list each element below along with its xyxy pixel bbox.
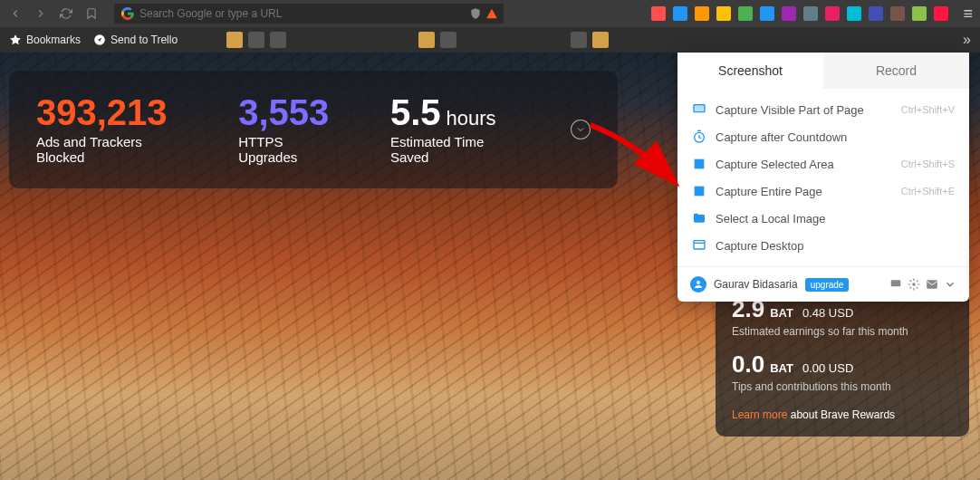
stat-https-upgrades: 3,553 HTTPS Upgrades <box>238 94 345 165</box>
desktop-icon[interactable] <box>889 278 902 291</box>
url-input[interactable] <box>139 7 496 20</box>
option-label: Select a Local Image <box>716 212 946 226</box>
bookmark-tile[interactable] <box>571 32 587 48</box>
timer-icon <box>692 130 706 144</box>
capture-option[interactable]: Capture Selected AreaCtrl+Shift+S <box>677 150 969 178</box>
popup-footer: Gaurav Bidasaria upgrade <box>677 266 969 302</box>
screenshot-popup: Screenshot Record Capture Visible Part o… <box>677 53 969 302</box>
stat-time-saved: 5.5 hours Estimated Time Saved <box>390 94 525 165</box>
square-icon <box>692 184 706 198</box>
trello-label: Send to Trello <box>110 34 178 46</box>
new-tab-content: 393,213 Ads and Trackers Blocked 3,553 H… <box>0 53 980 480</box>
option-label: Capture after Countdown <box>716 130 946 144</box>
learn-more-link[interactable]: Learn more <box>732 408 787 421</box>
back-button[interactable] <box>7 5 24 22</box>
bookmarks-overflow[interactable]: » <box>963 32 971 48</box>
earnings-sub: Estimated earnings so far this month <box>732 325 953 338</box>
tips-usd: 0.00 USD <box>802 361 853 375</box>
user-avatar-icon <box>690 276 706 293</box>
svg-rect-6 <box>694 241 705 249</box>
google-icon <box>121 7 134 20</box>
stat-ads-blocked: 393,213 Ads and Trackers Blocked <box>36 94 193 165</box>
extension-icon[interactable] <box>934 6 948 21</box>
extension-icon[interactable] <box>716 6 731 21</box>
bookmarks-folder[interactable]: Bookmarks <box>9 34 81 46</box>
extension-icon[interactable] <box>760 6 774 21</box>
bookmarks-bar: Bookmarks Send to Trello » <box>0 27 980 53</box>
time-label: Estimated Time Saved <box>390 134 525 165</box>
bookmarks-label: Bookmarks <box>26 34 81 46</box>
url-bar[interactable] <box>114 4 504 24</box>
extension-icon[interactable] <box>803 6 818 21</box>
extension-icon[interactable] <box>912 6 927 21</box>
folder-icon <box>692 211 706 226</box>
extension-icon[interactable] <box>651 6 666 21</box>
send-icon <box>93 34 106 46</box>
svg-point-7 <box>697 281 700 284</box>
bookmark-tile[interactable] <box>248 32 264 48</box>
extension-icon[interactable] <box>890 6 905 21</box>
extension-icon[interactable] <box>738 6 753 21</box>
svg-rect-10 <box>927 280 937 288</box>
stats-panel: 393,213 Ads and Trackers Blocked 3,553 H… <box>9 71 618 188</box>
brave-shield-icon[interactable] <box>469 7 482 20</box>
svg-rect-5 <box>695 187 705 197</box>
extension-icon[interactable] <box>695 6 709 21</box>
user-name: Gaurav Bidasaria <box>714 278 798 291</box>
option-label: Capture Entire Page <box>716 185 892 198</box>
svg-rect-4 <box>695 159 705 169</box>
reload-button[interactable] <box>58 5 74 22</box>
tips-number: 0.0 <box>732 350 764 379</box>
forward-button[interactable] <box>33 5 49 22</box>
earnings-currency: BAT <box>770 306 793 320</box>
popup-items: Capture Visible Part of PageCtrl+Shift+V… <box>677 89 969 266</box>
bookmark-tile[interactable] <box>226 32 243 48</box>
earnings-usd: 0.48 USD <box>802 306 853 320</box>
extension-icon[interactable] <box>847 6 861 21</box>
svg-rect-8 <box>891 280 901 286</box>
svg-rect-2 <box>695 105 705 111</box>
extension-icon[interactable] <box>782 6 796 21</box>
bookmark-tile[interactable] <box>592 32 609 48</box>
option-shortcut: Ctrl+Shift+E <box>901 186 955 197</box>
upgrade-button[interactable]: upgrade <box>805 278 850 292</box>
tab-record[interactable]: Record <box>823 53 969 89</box>
extension-icon[interactable] <box>673 6 687 21</box>
https-number: 3,553 <box>238 94 345 130</box>
option-label: Capture Visible Part of Page <box>716 103 892 117</box>
capture-option[interactable]: Capture Visible Part of PageCtrl+Shift+V <box>677 96 969 123</box>
bookmark-button[interactable] <box>83 5 100 22</box>
rewards-panel: 2.9 BAT 0.48 USD Estimated earnings so f… <box>716 281 969 437</box>
extension-icon[interactable] <box>869 6 883 21</box>
monitor-icon <box>692 102 706 117</box>
window-icon <box>692 238 706 253</box>
option-shortcut: Ctrl+Shift+S <box>901 158 955 169</box>
option-label: Capture Selected Area <box>716 158 892 171</box>
bookmark-tile[interactable] <box>440 32 456 48</box>
option-label: Capture Desktop <box>716 239 946 253</box>
time-unit: hours <box>447 107 496 130</box>
tab-screenshot[interactable]: Screenshot <box>677 53 823 89</box>
annotation-arrow <box>581 116 690 201</box>
footer-icons <box>889 278 956 291</box>
brave-triangle-icon[interactable] <box>485 7 498 20</box>
option-shortcut: Ctrl+Shift+V <box>901 104 955 115</box>
menu-button[interactable]: ≡ <box>963 5 973 24</box>
capture-option[interactable]: Capture Entire PageCtrl+Shift+E <box>677 178 969 205</box>
https-label: HTTPS Upgrades <box>238 134 345 165</box>
capture-option[interactable]: Capture Desktop <box>677 232 969 259</box>
mail-icon[interactable] <box>926 278 938 291</box>
svg-point-9 <box>912 283 916 286</box>
time-number: 5.5 <box>390 94 441 130</box>
bookmark-tile[interactable] <box>418 32 435 48</box>
chevron-down-icon[interactable] <box>944 278 956 291</box>
tips-sub: Tips and contributions this month <box>732 380 953 393</box>
browser-toolbar: ≡ <box>0 0 980 27</box>
capture-option[interactable]: Select a Local Image <box>677 205 969 232</box>
bookmark-tile[interactable] <box>270 32 286 48</box>
extension-icon[interactable] <box>825 6 840 21</box>
capture-option[interactable]: Capture after Countdown <box>677 123 969 150</box>
popup-tabs: Screenshot Record <box>677 53 969 89</box>
gear-icon[interactable] <box>908 278 920 291</box>
send-to-trello[interactable]: Send to Trello <box>93 34 178 46</box>
